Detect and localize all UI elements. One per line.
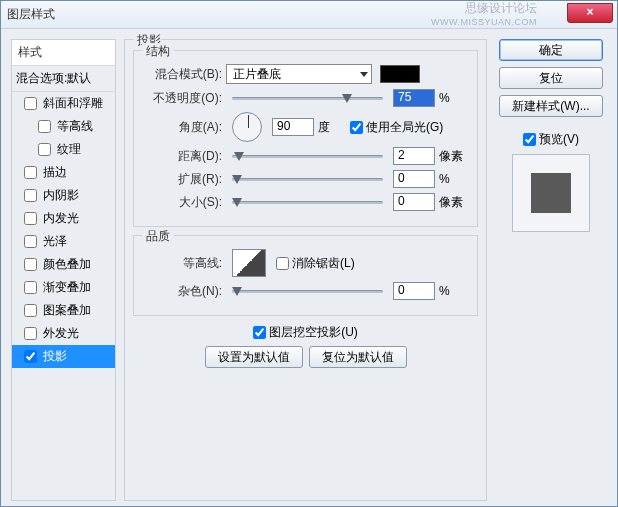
cancel-button[interactable]: 复位 [499, 67, 603, 89]
angle-dial[interactable] [232, 112, 262, 142]
antialias-checkbox[interactable]: 消除锯齿(L) [276, 255, 355, 272]
styles-panel: 样式 混合选项:默认 斜面和浮雕等高线纹理描边内阴影内发光光泽颜色叠加渐变叠加图… [11, 39, 116, 501]
quality-group: 品质 等高线: 消除锯齿(L) 杂色(N): 0 % [133, 235, 478, 316]
opacity-unit: % [439, 91, 467, 105]
size-label: 大小(S): [144, 194, 222, 211]
distance-input[interactable]: 2 [393, 147, 435, 165]
effect-checkbox[interactable] [38, 120, 51, 133]
new-style-button[interactable]: 新建样式(W)... [499, 95, 603, 117]
effect-item[interactable]: 内发光 [12, 207, 115, 230]
defaults-button-row: 设置为默认值 复位为默认值 [133, 346, 478, 368]
size-unit: 像素 [439, 194, 467, 211]
distance-unit: 像素 [439, 148, 467, 165]
opacity-input[interactable]: 75 [393, 89, 435, 107]
angle-input[interactable]: 90 [272, 118, 314, 136]
reset-default-button[interactable]: 复位为默认值 [309, 346, 407, 368]
noise-row: 杂色(N): 0 % [144, 282, 467, 300]
opacity-row: 不透明度(O): 75 % [144, 89, 467, 107]
effect-checkbox[interactable] [24, 304, 37, 317]
angle-row: 角度(A): 90 度 使用全局光(G) [144, 112, 467, 142]
effect-checkbox[interactable] [24, 189, 37, 202]
ok-button[interactable]: 确定 [499, 39, 603, 61]
blend-mode-label: 混合模式(B): [144, 66, 222, 83]
global-light-checkbox[interactable]: 使用全局光(G) [350, 119, 443, 136]
window-title: 图层样式 [7, 6, 55, 23]
spread-label: 扩展(R): [144, 171, 222, 188]
noise-label: 杂色(N): [144, 283, 222, 300]
effect-label: 内发光 [43, 210, 79, 227]
effect-checkbox[interactable] [24, 166, 37, 179]
effect-label: 投影 [43, 348, 67, 365]
preview-checkbox[interactable]: 预览(V) [523, 131, 579, 148]
close-icon: × [586, 5, 593, 19]
noise-input[interactable]: 0 [393, 282, 435, 300]
preview-section: 预览(V) [512, 131, 590, 232]
spread-unit: % [439, 172, 467, 186]
layer-style-dialog: 图层样式 思缘设计论坛 WWW.MISSYUAN.COM × 样式 混合选项:默… [0, 0, 618, 507]
effect-checkbox[interactable] [24, 97, 37, 110]
noise-slider[interactable] [232, 283, 383, 299]
effect-item[interactable]: 斜面和浮雕 [12, 92, 115, 115]
styles-column: 样式 混合选项:默认 斜面和浮雕等高线纹理描边内阴影内发光光泽颜色叠加渐变叠加图… [11, 39, 116, 496]
size-input[interactable]: 0 [393, 193, 435, 211]
effect-checkbox[interactable] [24, 281, 37, 294]
angle-label: 角度(A): [144, 119, 222, 136]
effect-label: 颜色叠加 [43, 256, 91, 273]
effect-checkbox[interactable] [24, 212, 37, 225]
contour-row: 等高线: 消除锯齿(L) [144, 249, 467, 277]
effect-item[interactable]: 外发光 [12, 322, 115, 345]
titlebar: 图层样式 思缘设计论坛 WWW.MISSYUAN.COM × [1, 1, 617, 29]
effect-item[interactable]: 光泽 [12, 230, 115, 253]
structure-group: 结构 混合模式(B): 正片叠底 不透明度(O): 75 % [133, 50, 478, 227]
blend-mode-row: 混合模式(B): 正片叠底 [144, 64, 467, 84]
effect-item[interactable]: 纹理 [12, 138, 115, 161]
effect-label: 图案叠加 [43, 302, 91, 319]
effect-label: 纹理 [57, 141, 81, 158]
noise-unit: % [439, 284, 467, 298]
contour-picker[interactable] [232, 249, 266, 277]
spread-row: 扩展(R): 0 % [144, 170, 467, 188]
effect-label: 光泽 [43, 233, 67, 250]
blend-options-row[interactable]: 混合选项:默认 [12, 66, 115, 92]
distance-slider[interactable] [232, 148, 383, 164]
size-slider[interactable] [232, 194, 383, 210]
chevron-down-icon [360, 72, 368, 77]
effect-item[interactable]: 颜色叠加 [12, 253, 115, 276]
distance-label: 距离(D): [144, 148, 222, 165]
effects-list: 斜面和浮雕等高线纹理描边内阴影内发光光泽颜色叠加渐变叠加图案叠加外发光投影 [12, 92, 115, 368]
spread-slider[interactable] [232, 171, 383, 187]
effect-checkbox[interactable] [24, 235, 37, 248]
contour-label: 等高线: [144, 255, 222, 272]
knockout-checkbox[interactable]: 图层挖空投影(U) [253, 324, 358, 341]
opacity-slider[interactable] [232, 90, 383, 106]
preview-swatch [531, 173, 571, 213]
effect-item[interactable]: 投影 [12, 345, 115, 368]
close-button[interactable]: × [567, 3, 613, 23]
effect-item[interactable]: 等高线 [12, 115, 115, 138]
effect-item[interactable]: 渐变叠加 [12, 276, 115, 299]
size-row: 大小(S): 0 像素 [144, 193, 467, 211]
angle-unit: 度 [318, 119, 346, 136]
effect-item[interactable]: 内阴影 [12, 184, 115, 207]
knockout-row: 图层挖空投影(U) [133, 324, 478, 341]
action-column: 确定 复位 新建样式(W)... 预览(V) [495, 39, 607, 496]
effect-label: 外发光 [43, 325, 79, 342]
set-default-button[interactable]: 设置为默认值 [205, 346, 303, 368]
styles-header[interactable]: 样式 [12, 40, 115, 66]
effect-item[interactable]: 描边 [12, 161, 115, 184]
effect-checkbox[interactable] [24, 350, 37, 363]
effect-checkbox[interactable] [24, 258, 37, 271]
effect-label: 描边 [43, 164, 67, 181]
effect-checkbox[interactable] [38, 143, 51, 156]
effect-label: 等高线 [57, 118, 93, 135]
settings-column: 投影 结构 混合模式(B): 正片叠底 不透明度(O): [124, 39, 487, 496]
preview-box [512, 154, 590, 232]
spread-input[interactable]: 0 [393, 170, 435, 188]
effect-checkbox[interactable] [24, 327, 37, 340]
quality-legend: 品质 [142, 228, 174, 245]
blend-mode-select[interactable]: 正片叠底 [226, 64, 372, 84]
effect-label: 斜面和浮雕 [43, 95, 103, 112]
shadow-color-swatch[interactable] [380, 65, 420, 83]
effect-item[interactable]: 图案叠加 [12, 299, 115, 322]
watermark: 思缘设计论坛 WWW.MISSYUAN.COM [431, 1, 537, 29]
